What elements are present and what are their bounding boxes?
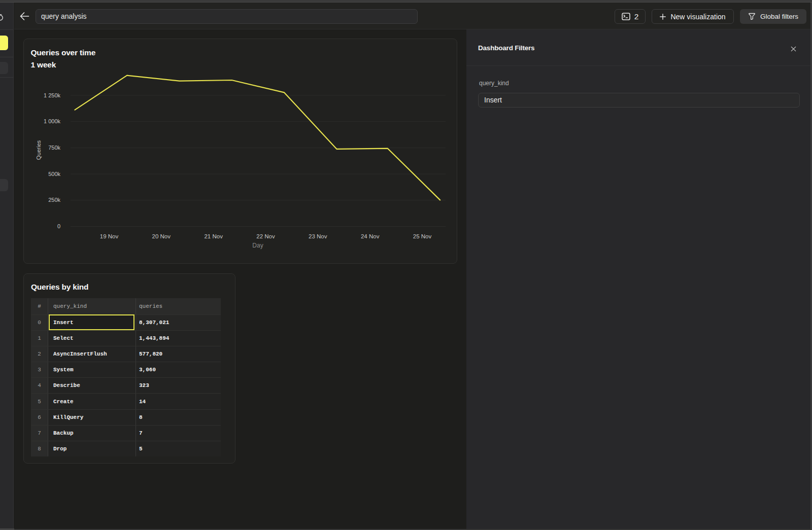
svg-text:Day: Day	[252, 242, 263, 249]
svg-text:750k: 750k	[48, 145, 60, 151]
svg-text:1 250k: 1 250k	[44, 92, 61, 98]
svg-text:1 000k: 1 000k	[44, 118, 61, 124]
svg-text:20 Nov: 20 Nov	[152, 233, 171, 239]
svg-text:22 Nov: 22 Nov	[256, 233, 275, 239]
svg-text:25 Nov: 25 Nov	[413, 233, 432, 239]
svg-text:21 Nov: 21 Nov	[204, 233, 223, 239]
svg-text:24 Nov: 24 Nov	[361, 233, 380, 239]
svg-text:250k: 250k	[48, 197, 60, 203]
svg-text:500k: 500k	[48, 171, 60, 177]
svg-text:19 Nov: 19 Nov	[100, 233, 119, 239]
svg-text:Queries: Queries	[36, 140, 42, 160]
svg-text:0: 0	[57, 223, 60, 229]
svg-text:23 Nov: 23 Nov	[309, 233, 327, 239]
